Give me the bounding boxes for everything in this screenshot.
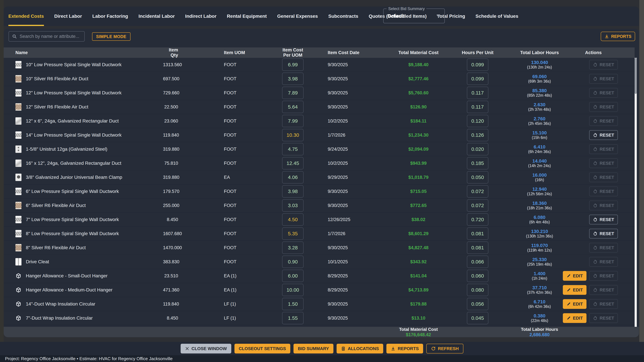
vertical-scrollbar[interactable]	[634, 58, 637, 327]
item-uom: EA (1)	[196, 287, 260, 293]
flex-duct-photo	[16, 202, 22, 209]
tab-general-expenses[interactable]: General Expenses	[277, 6, 318, 26]
tab-labor-factoring[interactable]: Labor Factoring	[92, 6, 128, 26]
hours-per-unit-input[interactable]: 0.117	[467, 101, 488, 113]
hours-per-unit-input[interactable]: 0.060	[467, 270, 488, 282]
spiral-duct-photo	[16, 89, 22, 96]
tab-subcontracts[interactable]: Subcontracts	[328, 6, 358, 26]
search-input[interactable]	[19, 34, 81, 39]
refresh-button[interactable]: REFRESH	[426, 344, 464, 354]
item-name: 14"-Duct Wrap Insulation Circular	[26, 301, 95, 307]
reports-button-top[interactable]: REPORTS	[601, 32, 635, 41]
table-row: 14"-Duct Wrap Insulation Circular 119.84…	[4, 297, 634, 311]
total-material-cost: $343.92	[366, 259, 456, 265]
bid-summary-select[interactable]: Select Bid Summary Default	[383, 8, 445, 23]
tab-direct-labor[interactable]: Direct Labor	[54, 6, 82, 26]
total-material-cost: $2,777.46	[366, 76, 456, 81]
item-cost-per-uom-input[interactable]: 7.99	[282, 115, 304, 127]
item-cost-date: 9/30/2025	[307, 189, 366, 194]
item-cost-per-uom-input[interactable]: 0.90	[282, 256, 304, 268]
item-cost-per-uom-input[interactable]: 7.89	[282, 87, 304, 99]
search-box[interactable]	[8, 31, 85, 41]
item-name: 7"-Duct Wrap Insulation Circular	[26, 316, 92, 321]
bid-summary-button[interactable]: BID SUMMARY	[294, 344, 333, 354]
drive-cleat-photo	[16, 258, 22, 266]
tab-schedule-of-values[interactable]: Schedule of Values	[476, 6, 518, 26]
tab-rental-equipment[interactable]: Rental Equipment	[227, 6, 267, 26]
hours-per-unit-input[interactable]: 0.185	[467, 157, 488, 169]
reports-button[interactable]: REPORTS	[386, 344, 423, 354]
item-cost-per-uom-input[interactable]: 12.45	[282, 157, 304, 169]
reset-icon	[593, 316, 598, 321]
tab-indirect-labor[interactable]: Indirect Labor	[185, 6, 216, 26]
hours-per-unit-input[interactable]: 0.099	[467, 72, 488, 85]
reset-button[interactable]: RESET	[589, 215, 618, 224]
hours-per-unit-input[interactable]: 0.020	[467, 143, 488, 155]
tab-list: Extended CostsDirect LaborLabor Factorin…	[8, 6, 529, 26]
hours-per-unit-input[interactable]: 0.056	[467, 298, 488, 310]
hours-per-unit-input[interactable]: 0.720	[467, 213, 488, 226]
item-qty: 22.500	[163, 104, 196, 110]
allocations-button[interactable]: ALLOCATIONS	[336, 344, 384, 354]
item-uom: FOOT	[196, 90, 260, 95]
scrollbar-thumb[interactable]	[634, 58, 637, 94]
item-cost-per-uom-input[interactable]: 1.55	[282, 312, 304, 324]
closeout-settings-button[interactable]: CLOSEOUT SETTINGS	[234, 344, 290, 354]
reset-button[interactable]: RESET	[589, 229, 618, 239]
pencil-icon	[566, 288, 571, 292]
reset-button: RESET	[589, 74, 618, 84]
tab-bar: Extended CostsDirect LaborLabor Factorin…	[4, 6, 639, 26]
item-cost-per-uom-input[interactable]: 6.00	[282, 270, 304, 282]
table-row: 10" Low Pressure Spiral Single Wall Duct…	[4, 58, 634, 72]
hours-per-unit-input[interactable]: 0.066	[467, 256, 488, 268]
pencil-icon	[566, 316, 571, 320]
total-material-cost: $179.88	[366, 302, 456, 307]
item-cost-date: 9/30/2025	[307, 104, 366, 110]
hours-per-unit-input[interactable]: 0.072	[467, 199, 488, 212]
item-cost-per-uom-input[interactable]: 10.00	[282, 284, 304, 296]
hours-per-unit-input[interactable]: 0.099	[467, 58, 488, 71]
hours-per-unit-input[interactable]: 0.080	[467, 284, 488, 296]
item-cost-per-uom-input[interactable]: 10.30	[282, 129, 304, 141]
close-window-button[interactable]: CLOSE WINDOW	[180, 344, 231, 354]
simple-mode-button[interactable]: SIMPLE MODE	[92, 32, 130, 41]
item-cost-per-uom-input[interactable]: 4.06	[282, 171, 304, 184]
backdrop-strip-right	[639, 0, 644, 362]
hours-per-unit-input[interactable]: 0.081	[467, 242, 488, 254]
item-cost-per-uom-input[interactable]: 4.75	[282, 143, 304, 155]
hours-per-unit-input[interactable]: 0.117	[467, 87, 488, 99]
item-cost-per-uom-input[interactable]: 1.50	[282, 298, 304, 310]
hours-per-unit-input[interactable]: 0.050	[467, 171, 488, 184]
item-cost-per-uom-input[interactable]: 5.35	[282, 227, 304, 240]
edit-button[interactable]: EDIT	[563, 313, 586, 323]
item-cost-per-uom-input[interactable]: 6.99	[282, 58, 304, 71]
table-row: 14" Low Pressure Spiral Single Wall Duct…	[4, 128, 634, 142]
hours-per-unit-input[interactable]: 0.045	[467, 312, 488, 324]
edit-button[interactable]: EDIT	[563, 299, 586, 309]
total-material-cost-value: $176,648.42	[380, 332, 456, 337]
hours-per-unit-input[interactable]: 0.126	[467, 129, 488, 141]
reset-icon	[593, 119, 598, 123]
hours-per-unit-input[interactable]: 0.120	[467, 115, 488, 127]
hours-per-unit-input[interactable]: 0.072	[467, 185, 488, 198]
cost-items-table: NameItem QtyItem UOMItem Cost Per UOMIte…	[4, 47, 634, 337]
reset-button: RESET	[589, 60, 618, 69]
hours-per-unit-input[interactable]: 0.081	[467, 227, 488, 240]
total-labor-hours-value: 2,686.680	[512, 332, 567, 337]
item-cost-per-uom-input[interactable]: 3.03	[282, 199, 304, 212]
item-name: 16" x 12", 24ga, Galvanized Rectangular …	[26, 161, 121, 166]
tab-incidental-labor[interactable]: Incidental Labor	[138, 6, 175, 26]
reset-button[interactable]: RESET	[589, 130, 618, 140]
tab-extended-costs[interactable]: Extended Costs	[8, 6, 44, 26]
edit-button[interactable]: EDIT	[563, 285, 586, 295]
cube-icon	[16, 314, 22, 322]
item-name: 3/8" Galvanized Junior Universal Beam Cl…	[26, 175, 122, 180]
item-cost-per-uom-input[interactable]: 4.50	[282, 213, 304, 226]
edit-button[interactable]: EDIT	[563, 271, 586, 281]
item-cost-date: 9/30/2025	[307, 90, 366, 95]
item-cost-per-uom-input[interactable]: 5.64	[282, 101, 304, 113]
item-cost-date: 9/30/2025	[307, 203, 366, 208]
item-cost-per-uom-input[interactable]: 3.98	[282, 72, 304, 85]
item-cost-per-uom-input[interactable]: 3.98	[282, 185, 304, 198]
item-cost-per-uom-input[interactable]: 3.28	[282, 242, 304, 254]
